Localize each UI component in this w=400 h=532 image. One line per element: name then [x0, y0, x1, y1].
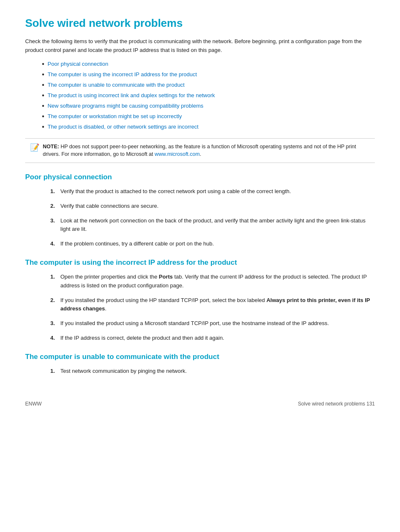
bullet-link[interactable]: New software programs might be causing c… [48, 103, 203, 109]
bullet-link[interactable]: The product is disabled, or other networ… [48, 124, 199, 130]
bullet-link-list: Poor physical connectionThe computer is … [42, 61, 375, 131]
note-text: HP does not support peer-to-peer network… [43, 144, 356, 158]
list-item-number: 2. [50, 296, 58, 305]
numbered-list: 1.Test network communication by pinging … [50, 367, 375, 376]
list-item-text: Verify that cable connections are secure… [60, 202, 158, 211]
list-item-number: 1. [50, 367, 58, 376]
microsoft-link[interactable]: www.microsoft.com [155, 151, 200, 157]
bullet-link[interactable]: The computer is using the incorrect IP a… [48, 71, 197, 77]
bullet-link[interactable]: The computer is unable to communicate wi… [48, 82, 185, 88]
section-poor-physical: Poor physical connection1.Verify that th… [25, 173, 375, 248]
sections-container: Poor physical connection1.Verify that th… [25, 173, 375, 376]
note-content: NOTE: HP does not support peer-to-peer n… [43, 143, 370, 159]
list-item: 1.Verify that the product is attached to… [50, 187, 375, 196]
section-unable-communicate: The computer is unable to communicate wi… [25, 353, 375, 376]
list-item: 2.If you installed the product using the… [50, 296, 375, 314]
bullet-list-item: The product is disabled, or other networ… [42, 124, 375, 131]
section-heading: The computer is using the incorrect IP a… [25, 258, 375, 267]
bullet-list-item: New software programs might be causing c… [42, 103, 375, 110]
list-item-number: 1. [50, 273, 58, 281]
list-item-text: If the IP address is correct, delete the… [60, 334, 224, 343]
numbered-list: 1.Verify that the product is attached to… [50, 187, 375, 248]
list-item-text: If you installed the product using the H… [60, 296, 375, 314]
list-item-text: Verify that the product is attached to t… [60, 187, 291, 196]
list-item-number: 3. [50, 217, 58, 225]
list-item: 3.Look at the network port connection on… [50, 217, 375, 234]
bullet-link[interactable]: Poor physical connection [48, 61, 109, 67]
list-item-text: If you installed the product using a Mic… [60, 319, 329, 328]
bullet-list-item: The product is using incorrect link and … [42, 92, 375, 99]
numbered-list: 1.Open the printer properties and click … [50, 273, 375, 343]
list-item-number: 2. [50, 202, 58, 211]
bullet-link[interactable]: The computer or workstation might be set… [48, 113, 182, 119]
list-item-text: Test network communication by pinging th… [60, 367, 187, 376]
footer: ENWW Solve wired network problems 131 [25, 401, 375, 407]
note-label: NOTE: [43, 144, 59, 150]
list-item-number: 3. [50, 319, 58, 328]
section-incorrect-ip: The computer is using the incorrect IP a… [25, 258, 375, 343]
bullet-list-item: Poor physical connection [42, 61, 375, 68]
bullet-link[interactable]: The product is using incorrect link and … [48, 92, 215, 98]
list-item: 3.If you installed the product using a M… [50, 319, 375, 328]
note-icon: 📝 [30, 142, 39, 153]
section-heading: The computer is unable to communicate wi… [25, 353, 375, 361]
list-item-text: If the problem continues, try a differen… [60, 240, 214, 248]
page-title: Solve wired network problems [25, 17, 375, 30]
list-item-text: Open the printer properties and click th… [60, 273, 375, 290]
list-item: 1.Open the printer properties and click … [50, 273, 375, 290]
list-item-number: 4. [50, 334, 58, 343]
list-item: 4.If the problem continues, try a differ… [50, 240, 375, 248]
footer-left: ENWW [25, 401, 42, 407]
bullet-list-item: The computer or workstation might be set… [42, 113, 375, 120]
list-item: 1.Test network communication by pinging … [50, 367, 375, 376]
list-item: 2.Verify that cable connections are secu… [50, 202, 375, 211]
bullet-list-item: The computer is unable to communicate wi… [42, 82, 375, 89]
list-item-number: 4. [50, 240, 58, 248]
note-box: 📝 NOTE: HP does not support peer-to-peer… [25, 138, 375, 163]
section-heading: Poor physical connection [25, 173, 375, 181]
intro-text: Check the following items to verify that… [25, 37, 375, 55]
list-item-text: Look at the network port connection on t… [60, 217, 375, 234]
list-item: 4.If the IP address is correct, delete t… [50, 334, 375, 343]
list-item-number: 1. [50, 187, 58, 196]
bullet-list-item: The computer is using the incorrect IP a… [42, 71, 375, 78]
footer-right: Solve wired network problems 131 [298, 401, 375, 407]
